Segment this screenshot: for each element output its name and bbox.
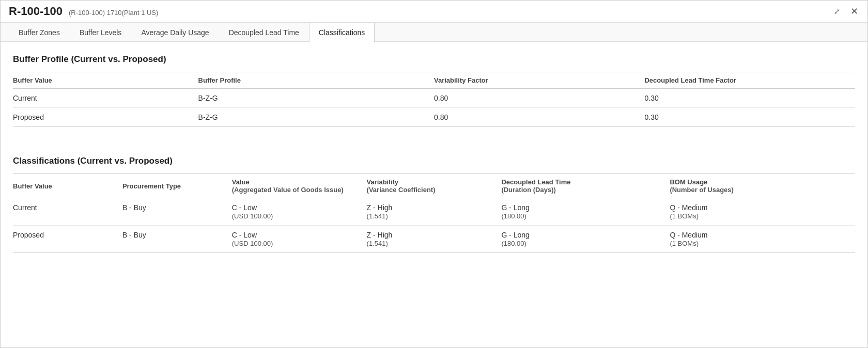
col-cls-procurement-type: Procurement Type bbox=[122, 174, 232, 198]
classifications-section: Classifications (Current vs. Proposed) B… bbox=[13, 156, 855, 253]
window-subtitle: (R-100-100) 1710(Plant 1 US) bbox=[69, 9, 158, 17]
cls-row1-value: C - Low (USD 100.00) bbox=[232, 198, 367, 226]
col-cls-dlt: Decoupled Lead Time (Duration (Days)) bbox=[501, 174, 670, 198]
classifications-table: Buffer Value Procurement Type Value (Agg… bbox=[13, 173, 855, 253]
row2-buffer-profile: B-Z-G bbox=[198, 108, 434, 127]
buffer-profile-table: Buffer Value Buffer Profile Variability … bbox=[13, 72, 855, 127]
col-cls-variability: Variability (Variance Coefficient) bbox=[367, 174, 502, 198]
cls-row2-buffer-value: Proposed bbox=[13, 226, 122, 253]
table-row: Current B - Buy C - Low (USD 100.00) Z -… bbox=[13, 198, 855, 226]
window-title: R-100-100 bbox=[9, 5, 63, 18]
col-buffer-profile: Buffer Profile bbox=[198, 72, 434, 89]
title-bar: R-100-100 (R-100-100) 1710(Plant 1 US) ⤢… bbox=[1, 1, 867, 23]
table-row: Proposed B-Z-G 0.80 0.30 bbox=[13, 108, 855, 127]
tab-buffer-zones[interactable]: Buffer Zones bbox=[9, 23, 70, 42]
title-left: R-100-100 (R-100-100) 1710(Plant 1 US) bbox=[9, 5, 158, 18]
buffer-profile-header-row: Buffer Value Buffer Profile Variability … bbox=[13, 72, 855, 89]
col-variability-factor: Variability Factor bbox=[434, 72, 645, 89]
cls-row2-value: C - Low (USD 100.00) bbox=[232, 226, 367, 253]
cls-row1-bom: Q - Medium (1 BOMs) bbox=[670, 198, 855, 226]
row2-buffer-value: Proposed bbox=[13, 108, 198, 127]
cls-row2-procurement-type: B - Buy bbox=[122, 226, 232, 253]
row1-variability-factor: 0.80 bbox=[434, 89, 645, 108]
col-cls-value: Value (Aggregated Value of Goods Issue) bbox=[232, 174, 367, 198]
cls-row2-bom: Q - Medium (1 BOMs) bbox=[670, 226, 855, 253]
maximize-button[interactable]: ⤢ bbox=[831, 6, 843, 17]
col-buffer-value: Buffer Value bbox=[13, 72, 198, 89]
title-actions: ⤢ ✕ bbox=[831, 5, 861, 18]
col-cls-bom: BOM Usage (Number of Usages) bbox=[670, 174, 855, 198]
tab-classifications[interactable]: Classifications bbox=[309, 23, 375, 42]
cls-row1-variability: Z - High (1.541) bbox=[367, 198, 502, 226]
main-content: Buffer Profile (Current vs. Proposed) Bu… bbox=[1, 42, 867, 347]
buffer-profile-section: Buffer Profile (Current vs. Proposed) Bu… bbox=[13, 54, 855, 127]
classifications-header-row: Buffer Value Procurement Type Value (Agg… bbox=[13, 174, 855, 198]
row1-buffer-value: Current bbox=[13, 89, 198, 108]
table-row: Proposed B - Buy C - Low (USD 100.00) Z … bbox=[13, 226, 855, 253]
table-row: Current B-Z-G 0.80 0.30 bbox=[13, 89, 855, 108]
cls-row1-buffer-value: Current bbox=[13, 198, 122, 226]
classifications-title: Classifications (Current vs. Proposed) bbox=[13, 156, 855, 166]
row1-buffer-profile: B-Z-G bbox=[198, 89, 434, 108]
cls-row1-dlt: G - Long (180.00) bbox=[501, 198, 670, 226]
row2-dlt-factor: 0.30 bbox=[644, 108, 855, 127]
buffer-profile-title: Buffer Profile (Current vs. Proposed) bbox=[13, 54, 855, 65]
tab-average-daily-usage[interactable]: Average Daily Usage bbox=[131, 23, 219, 42]
row2-variability-factor: 0.80 bbox=[434, 108, 645, 127]
row1-dlt-factor: 0.30 bbox=[644, 89, 855, 108]
cls-row1-procurement-type: B - Buy bbox=[122, 198, 232, 226]
close-button[interactable]: ✕ bbox=[847, 5, 861, 18]
main-window: R-100-100 (R-100-100) 1710(Plant 1 US) ⤢… bbox=[0, 0, 868, 348]
col-cls-buffer-value: Buffer Value bbox=[13, 174, 122, 198]
tab-decoupled-lead-time[interactable]: Decoupled Lead Time bbox=[219, 23, 309, 42]
cls-row2-dlt: G - Long (180.00) bbox=[501, 226, 670, 253]
cls-row2-variability: Z - High (1.541) bbox=[367, 226, 502, 253]
tab-bar: Buffer Zones Buffer Levels Average Daily… bbox=[1, 23, 867, 42]
col-dlt-factor: Decoupled Lead Time Factor bbox=[644, 72, 855, 89]
tab-buffer-levels[interactable]: Buffer Levels bbox=[70, 23, 131, 42]
